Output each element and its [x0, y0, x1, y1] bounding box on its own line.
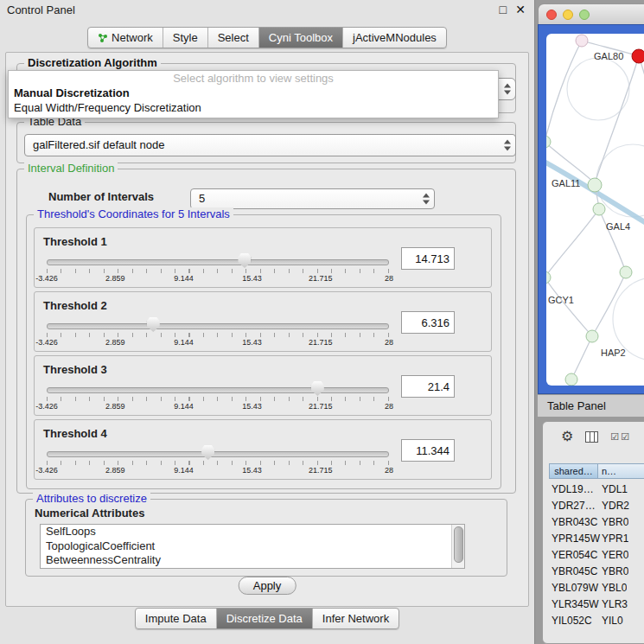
list-item[interactable]: BetweennessCentrality [41, 553, 464, 568]
close-window-icon[interactable]: ✕ [515, 3, 526, 16]
scale-label: 9.144 [174, 338, 194, 347]
node-gal11[interactable] [588, 178, 602, 192]
attributes-group: Attributes to discretize Numerical Attri… [25, 499, 507, 577]
threshold-3-slider[interactable]: -3.426 2.859 9.144 15.43 21.715 28 [47, 382, 389, 411]
close-traffic-light-icon[interactable] [546, 10, 557, 20]
tab-select[interactable]: Select [207, 28, 258, 48]
network-window-frame: GAL80 GAL11 GAL4 GCY1 HAP2 [538, 24, 644, 394]
tab-label: Network [112, 31, 153, 44]
scale-label: 2.859 [105, 338, 125, 347]
threshold-1-value-input[interactable] [401, 247, 455, 270]
tab-label: Discretize Data [226, 612, 303, 625]
minimize-traffic-light-icon[interactable] [563, 10, 573, 20]
slider-ticks [47, 269, 389, 273]
slider-scale: -3.426 2.859 9.144 15.43 21.715 28 [47, 274, 389, 284]
tab-discretize-data[interactable]: Discretize Data [216, 609, 312, 628]
table-data-value: galFiltered.sif default node [33, 138, 164, 151]
table-body: YDL19…YDL1 YDR27…YDR2 YBR043CYBR0 YPR145… [543, 481, 644, 629]
number-of-intervals-combobox[interactable]: 5 [190, 188, 435, 209]
network-window-titlebar[interactable] [538, 3, 644, 24]
group-title: Threshold's Coordinates for 5 Intervals [34, 207, 233, 220]
select-checkboxes-icon[interactable]: ☑☑ [610, 431, 631, 443]
threshold-1-slider[interactable]: -3.426 2.859 9.144 15.43 21.715 28 [47, 254, 389, 284]
slider-scale: -3.426 2.859 9.144 15.43 21.715 28 [47, 466, 389, 475]
table-data-group: Table Data galFiltered.sif default node [16, 122, 516, 163]
node[interactable] [565, 373, 577, 386]
scrollbar-thumb[interactable] [454, 526, 463, 563]
scale-label: -3.426 [35, 466, 58, 475]
threshold-4-slider[interactable]: -3.426 2.859 9.144 15.43 21.715 28 [47, 446, 389, 475]
table-row[interactable]: YIL052CYIL0 [543, 613, 644, 629]
float-window-icon[interactable]: □ [500, 3, 507, 16]
slider-track[interactable] [47, 451, 389, 457]
control-panel-window: Control Panel □ ✕ Network Style Select C… [0, 0, 535, 644]
network-view-window: GAL80 GAL11 GAL4 GCY1 HAP2 [538, 3, 644, 394]
node-label: GCY1 [548, 295, 574, 305]
scale-label: -3.426 [35, 274, 58, 283]
gear-icon[interactable]: ⚙ [561, 430, 573, 443]
table-row[interactable]: YPR145WYPR1 [543, 531, 644, 547]
list-item[interactable]: SelfLoops [41, 525, 464, 539]
slider-thumb[interactable] [238, 253, 251, 268]
table-row[interactable]: YLR345WYLR3 [543, 596, 644, 613]
list-scrollbar[interactable] [451, 525, 464, 568]
column-header-name[interactable]: n… [598, 463, 644, 479]
slider-ticks [47, 397, 389, 401]
list-item[interactable]: TopologicalCoefficient [41, 539, 464, 554]
dropdown-option-manual-discretization[interactable]: Manual Discretization [9, 86, 498, 100]
node-hap2[interactable] [586, 330, 598, 342]
threshold-4-panel: Threshold 4 -3.426 2.859 9.144 15.43 21.… [34, 419, 492, 480]
node-selected-red[interactable] [632, 49, 644, 63]
tab-impute-data[interactable]: Impute Data [136, 609, 216, 628]
scale-label: 15.43 [242, 338, 262, 347]
table-row[interactable]: YDR27…YDR2 [543, 498, 644, 514]
scale-label: 28 [385, 338, 393, 347]
slider-thumb[interactable] [201, 445, 214, 460]
scale-label: -3.426 [35, 338, 58, 347]
threshold-2-slider[interactable]: -3.426 2.859 9.144 15.43 21.715 28 [47, 318, 389, 348]
slider-track[interactable] [47, 387, 389, 393]
slider-thumb[interactable] [311, 381, 324, 396]
table-data-combobox[interactable]: galFiltered.sif default node [24, 134, 516, 156]
tab-jactivemnodules[interactable]: jActiveMNodules [342, 28, 446, 48]
tab-label: Impute Data [145, 612, 207, 625]
threshold-label: Threshold 1 [43, 235, 107, 248]
slider-scale: -3.426 2.859 9.144 15.43 21.715 28 [47, 402, 389, 411]
group-title: Attributes to discretize [33, 492, 150, 505]
tab-network[interactable]: Network [88, 28, 163, 48]
scale-label: 28 [385, 274, 393, 283]
group-title: Interval Definition [24, 162, 118, 175]
tab-style[interactable]: Style [163, 28, 207, 48]
tab-infer-network[interactable]: Infer Network [312, 609, 399, 628]
table-row[interactable]: YBR043CYBR0 [543, 514, 644, 531]
dropdown-option-equal-width-frequency[interactable]: Equal Width/Frequency Discretization [9, 100, 498, 115]
table-row[interactable]: YBR045CYBR0 [543, 564, 644, 580]
scale-label: 21.715 [309, 466, 333, 475]
slider-track[interactable] [47, 259, 389, 265]
node[interactable] [620, 266, 632, 278]
scale-label: 2.859 [105, 466, 125, 475]
cyni-toolbox-panel: Discretization Algorithm Select algorith… [5, 52, 529, 607]
table-row[interactable]: YDL19…YDL1 [543, 481, 644, 498]
threshold-3-value-input[interactable] [401, 375, 455, 398]
threshold-2-value-input[interactable] [401, 311, 455, 334]
table-row[interactable]: YBL079WYBL0 [543, 580, 644, 596]
network-canvas[interactable]: GAL80 GAL11 GAL4 GCY1 HAP2 [546, 34, 644, 386]
tab-label: Select [218, 31, 249, 44]
threshold-4-value-input[interactable] [401, 439, 455, 462]
slider-thumb[interactable] [147, 317, 160, 332]
number-of-intervals-value: 5 [199, 192, 205, 205]
table-row[interactable]: YER054CYER0 [543, 547, 644, 564]
column-header-shared[interactable]: shared… [549, 463, 598, 479]
network-graph: GAL80 GAL11 GAL4 GCY1 HAP2 [546, 34, 644, 386]
node-gcy1[interactable] [546, 271, 551, 284]
apply-button[interactable]: Apply [239, 577, 296, 595]
zoom-traffic-light-icon[interactable] [579, 10, 590, 20]
tab-label: Infer Network [322, 612, 389, 625]
node[interactable] [576, 35, 588, 47]
slider-track[interactable] [47, 323, 389, 329]
node-gal4[interactable] [593, 203, 605, 215]
tab-cyni-toolbox[interactable]: Cyni Toolbox [258, 28, 342, 48]
slider-scale: -3.426 2.859 9.144 15.43 21.715 28 [47, 338, 389, 348]
columns-icon[interactable] [585, 431, 598, 443]
